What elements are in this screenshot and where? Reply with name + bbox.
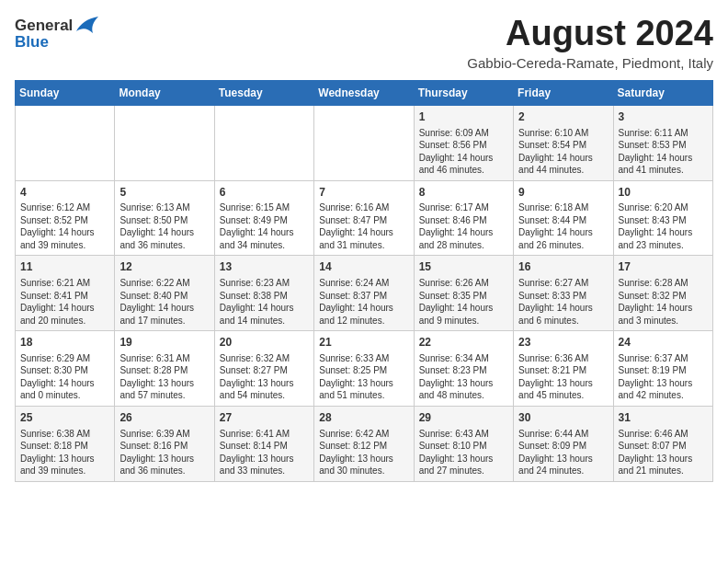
- weekday-header-friday: Friday: [514, 80, 613, 105]
- day-number: 8: [419, 185, 508, 201]
- day-content: Sunrise: 6:33 AMSunset: 8:25 PMDaylight:…: [319, 352, 408, 402]
- calendar-cell: 3Sunrise: 6:11 AMSunset: 8:53 PMDaylight…: [613, 105, 712, 180]
- day-content: Sunrise: 6:44 AMSunset: 8:09 PMDaylight:…: [518, 428, 608, 477]
- day-number: 22: [419, 335, 508, 350]
- calendar-cell: 8Sunrise: 6:17 AMSunset: 8:46 PMDaylight…: [414, 180, 513, 256]
- title-area: August 2024 Gabbio-Cereda-Ramate, Piedmo…: [467, 15, 713, 71]
- calendar-week-row: 11Sunrise: 6:21 AMSunset: 8:41 PMDayligh…: [16, 256, 713, 331]
- day-number: 18: [20, 335, 109, 350]
- day-content: Sunrise: 6:27 AMSunset: 8:33 PMDaylight:…: [518, 277, 608, 327]
- weekday-header-wednesday: Wednesday: [314, 80, 414, 105]
- day-number: 6: [220, 185, 309, 201]
- day-content: Sunrise: 6:18 AMSunset: 8:44 PMDaylight:…: [518, 201, 608, 251]
- day-content: Sunrise: 6:16 AMSunset: 8:47 PMDaylight:…: [319, 201, 408, 251]
- header: General Blue August 2024 Gabbio-Cereda-R…: [15, 15, 713, 71]
- day-content: Sunrise: 6:15 AMSunset: 8:49 PMDaylight:…: [220, 201, 309, 251]
- calendar-cell: 5Sunrise: 6:13 AMSunset: 8:50 PMDaylight…: [115, 180, 214, 256]
- day-number: 4: [20, 185, 109, 201]
- weekday-header-monday: Monday: [115, 80, 214, 105]
- calendar-cell: 17Sunrise: 6:28 AMSunset: 8:32 PMDayligh…: [613, 256, 712, 331]
- day-number: 31: [619, 410, 708, 426]
- calendar-cell: 18Sunrise: 6:29 AMSunset: 8:30 PMDayligh…: [16, 331, 115, 407]
- calendar-cell: 1Sunrise: 6:09 AMSunset: 8:56 PMDaylight…: [414, 105, 513, 180]
- calendar-cell: [115, 105, 214, 180]
- day-number: 9: [518, 185, 608, 201]
- weekday-header-sunday: Sunday: [16, 80, 115, 105]
- day-number: 2: [518, 109, 608, 125]
- calendar-cell: 29Sunrise: 6:43 AMSunset: 8:10 PMDayligh…: [414, 406, 513, 481]
- day-number: 28: [319, 410, 408, 426]
- calendar-cell: 6Sunrise: 6:15 AMSunset: 8:49 PMDaylight…: [214, 180, 313, 256]
- weekday-header-row: SundayMondayTuesdayWednesdayThursdayFrid…: [16, 80, 713, 105]
- day-number: 12: [119, 259, 209, 275]
- day-content: Sunrise: 6:20 AMSunset: 8:43 PMDaylight:…: [619, 201, 708, 251]
- day-number: 14: [319, 259, 408, 275]
- day-number: 23: [518, 335, 608, 350]
- calendar-cell: 16Sunrise: 6:27 AMSunset: 8:33 PMDayligh…: [514, 256, 613, 331]
- day-content: Sunrise: 6:42 AMSunset: 8:12 PMDaylight:…: [319, 428, 408, 477]
- day-content: Sunrise: 6:29 AMSunset: 8:30 PMDaylight:…: [20, 352, 109, 402]
- day-content: Sunrise: 6:31 AMSunset: 8:28 PMDaylight:…: [119, 352, 209, 402]
- day-content: Sunrise: 6:11 AMSunset: 8:53 PMDaylight:…: [619, 127, 708, 177]
- weekday-header-thursday: Thursday: [414, 80, 513, 105]
- day-content: Sunrise: 6:32 AMSunset: 8:27 PMDaylight:…: [220, 352, 309, 402]
- calendar-cell: 20Sunrise: 6:32 AMSunset: 8:27 PMDayligh…: [214, 331, 313, 407]
- calendar-cell: [314, 105, 414, 180]
- day-number: 29: [419, 410, 508, 426]
- calendar-cell: 11Sunrise: 6:21 AMSunset: 8:41 PMDayligh…: [16, 256, 115, 331]
- day-content: Sunrise: 6:26 AMSunset: 8:35 PMDaylight:…: [419, 277, 508, 327]
- calendar-cell: 27Sunrise: 6:41 AMSunset: 8:14 PMDayligh…: [214, 406, 313, 481]
- day-number: 30: [518, 410, 608, 426]
- day-number: 24: [619, 335, 708, 350]
- calendar-week-row: 1Sunrise: 6:09 AMSunset: 8:56 PMDaylight…: [16, 105, 713, 180]
- calendar-cell: 22Sunrise: 6:34 AMSunset: 8:23 PMDayligh…: [414, 331, 513, 407]
- calendar-cell: 15Sunrise: 6:26 AMSunset: 8:35 PMDayligh…: [414, 256, 513, 331]
- calendar-cell: 24Sunrise: 6:37 AMSunset: 8:19 PMDayligh…: [613, 331, 712, 407]
- location-subtitle: Gabbio-Cereda-Ramate, Piedmont, Italy: [467, 55, 713, 71]
- day-content: Sunrise: 6:17 AMSunset: 8:46 PMDaylight:…: [419, 201, 508, 251]
- day-content: Sunrise: 6:23 AMSunset: 8:38 PMDaylight:…: [220, 277, 309, 327]
- calendar-cell: 14Sunrise: 6:24 AMSunset: 8:37 PMDayligh…: [314, 256, 414, 331]
- calendar-week-row: 25Sunrise: 6:38 AMSunset: 8:18 PMDayligh…: [16, 406, 713, 481]
- day-content: Sunrise: 6:39 AMSunset: 8:16 PMDaylight:…: [119, 428, 209, 477]
- calendar-cell: 30Sunrise: 6:44 AMSunset: 8:09 PMDayligh…: [514, 406, 613, 481]
- logo-blue: Blue: [15, 34, 49, 52]
- calendar-week-row: 18Sunrise: 6:29 AMSunset: 8:30 PMDayligh…: [16, 331, 713, 407]
- weekday-header-saturday: Saturday: [613, 80, 712, 105]
- day-content: Sunrise: 6:41 AMSunset: 8:14 PMDaylight:…: [220, 428, 309, 477]
- calendar-cell: 10Sunrise: 6:20 AMSunset: 8:43 PMDayligh…: [613, 180, 712, 256]
- calendar-cell: 26Sunrise: 6:39 AMSunset: 8:16 PMDayligh…: [115, 406, 214, 481]
- day-number: 10: [619, 185, 708, 201]
- calendar-cell: 25Sunrise: 6:38 AMSunset: 8:18 PMDayligh…: [16, 406, 115, 481]
- day-number: 21: [319, 335, 408, 350]
- calendar-cell: 9Sunrise: 6:18 AMSunset: 8:44 PMDaylight…: [514, 180, 613, 256]
- calendar-cell: 4Sunrise: 6:12 AMSunset: 8:52 PMDaylight…: [16, 180, 115, 256]
- day-content: Sunrise: 6:09 AMSunset: 8:56 PMDaylight:…: [419, 127, 508, 177]
- calendar-cell: 2Sunrise: 6:10 AMSunset: 8:54 PMDaylight…: [514, 105, 613, 180]
- day-number: 16: [518, 259, 608, 275]
- day-content: Sunrise: 6:24 AMSunset: 8:37 PMDaylight:…: [319, 277, 408, 327]
- day-content: Sunrise: 6:10 AMSunset: 8:54 PMDaylight:…: [518, 127, 608, 177]
- day-content: Sunrise: 6:22 AMSunset: 8:40 PMDaylight:…: [119, 277, 209, 327]
- day-content: Sunrise: 6:38 AMSunset: 8:18 PMDaylight:…: [20, 428, 109, 477]
- weekday-header-tuesday: Tuesday: [214, 80, 313, 105]
- day-number: 3: [619, 109, 708, 125]
- calendar-cell: 12Sunrise: 6:22 AMSunset: 8:40 PMDayligh…: [115, 256, 214, 331]
- day-content: Sunrise: 6:34 AMSunset: 8:23 PMDaylight:…: [419, 352, 508, 402]
- calendar-cell: [16, 105, 115, 180]
- day-content: Sunrise: 6:28 AMSunset: 8:32 PMDaylight:…: [619, 277, 708, 327]
- day-number: 19: [119, 335, 209, 350]
- day-content: Sunrise: 6:43 AMSunset: 8:10 PMDaylight:…: [419, 428, 508, 477]
- day-number: 27: [220, 410, 309, 426]
- day-content: Sunrise: 6:21 AMSunset: 8:41 PMDaylight:…: [20, 277, 109, 327]
- logo: General Blue: [15, 15, 100, 52]
- day-number: 15: [419, 259, 508, 275]
- calendar-cell: 19Sunrise: 6:31 AMSunset: 8:28 PMDayligh…: [115, 331, 214, 407]
- day-content: Sunrise: 6:13 AMSunset: 8:50 PMDaylight:…: [119, 201, 209, 251]
- day-number: 7: [319, 185, 408, 201]
- day-content: Sunrise: 6:36 AMSunset: 8:21 PMDaylight:…: [518, 352, 608, 402]
- day-number: 25: [20, 410, 109, 426]
- calendar-cell: 7Sunrise: 6:16 AMSunset: 8:47 PMDaylight…: [314, 180, 414, 256]
- calendar-cell: 28Sunrise: 6:42 AMSunset: 8:12 PMDayligh…: [314, 406, 414, 481]
- calendar-cell: 21Sunrise: 6:33 AMSunset: 8:25 PMDayligh…: [314, 331, 414, 407]
